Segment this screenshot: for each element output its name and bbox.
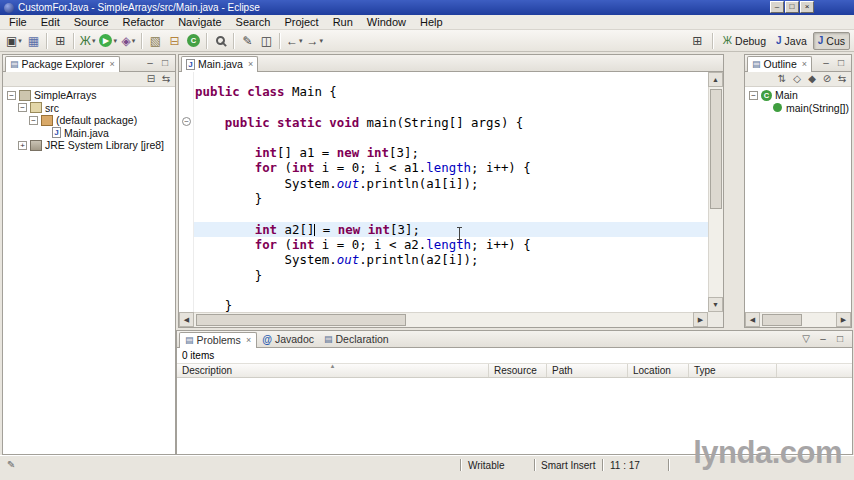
code-line[interactable]: } <box>194 268 708 283</box>
column-path[interactable]: Path <box>547 364 628 377</box>
minimize-icon[interactable]: – <box>820 58 832 68</box>
menu-refactor[interactable]: Refactor <box>116 15 172 29</box>
new-class-button[interactable]: C <box>184 31 203 50</box>
menu-help[interactable]: Help <box>413 15 450 29</box>
code-line[interactable] <box>194 99 708 114</box>
menu-window[interactable]: Window <box>360 15 413 29</box>
editor-horizontal-scrollbar[interactable]: ◀ ▶ <box>179 312 708 327</box>
run-button[interactable]: ▶▾ <box>97 31 119 50</box>
collapse-all-icon[interactable]: ⊟ <box>145 74 157 84</box>
code-line[interactable]: for (int i = 0; i < a2.length; i++) { <box>194 237 708 252</box>
menu-search[interactable]: Search <box>229 15 278 29</box>
code-line[interactable]: public class Main { <box>194 84 708 99</box>
maximize-icon[interactable]: □ <box>835 58 847 68</box>
external-tools-button[interactable]: ◈▾ <box>119 31 138 50</box>
dropdown-arrow-icon[interactable]: ▾ <box>299 37 303 45</box>
code-line[interactable] <box>194 206 708 221</box>
maximize-icon[interactable]: □ <box>159 58 171 68</box>
menu-project[interactable]: Project <box>277 15 325 29</box>
tab-package-explorer[interactable]: ▤ Package Explorer × <box>5 56 120 72</box>
scroll-right-icon[interactable]: ▶ <box>693 312 708 327</box>
expander-icon[interactable]: − <box>18 103 27 112</box>
print-button[interactable]: ⊞ <box>51 31 70 50</box>
outline-item[interactable]: −CMain <box>745 89 851 102</box>
scrollbar-thumb[interactable] <box>762 314 802 326</box>
outline-horizontal-scrollbar[interactable]: ◀ ▶ <box>745 312 851 327</box>
code-line[interactable] <box>194 130 708 145</box>
code-line[interactable]: } <box>194 191 708 206</box>
forward-button[interactable]: →▾ <box>305 31 326 50</box>
code-line[interactable]: int a2[] = new int[3]; <box>194 222 708 237</box>
perspective-debug-button[interactable]: ЖDebug <box>719 33 770 49</box>
close-icon[interactable]: × <box>109 59 114 69</box>
hide-static-icon[interactable]: ◆ <box>806 74 818 84</box>
dropdown-arrow-icon[interactable]: ▾ <box>18 37 22 45</box>
editor-vertical-scrollbar[interactable]: ▲ ▼ <box>708 72 723 312</box>
scroll-up-icon[interactable]: ▲ <box>708 72 723 87</box>
tab-outline[interactable]: ▤ Outline × <box>747 56 812 72</box>
scrollbar-thumb[interactable] <box>710 89 722 209</box>
tab-problems[interactable]: ▤Problems× <box>179 332 257 348</box>
scroll-right-icon[interactable]: ▶ <box>836 312 851 327</box>
open-task-button[interactable]: ✎ <box>238 31 257 50</box>
scrollbar-thumb[interactable] <box>196 314 406 326</box>
dropdown-arrow-icon[interactable]: ▾ <box>92 37 96 45</box>
maximize-button[interactable]: □ <box>785 1 799 13</box>
scroll-left-icon[interactable]: ◀ <box>179 312 194 327</box>
column-resource[interactable]: Resource <box>489 364 547 377</box>
package-explorer-item[interactable]: −src <box>3 102 175 115</box>
scroll-left-icon[interactable]: ◀ <box>745 312 760 327</box>
hide-non-public-icon[interactable]: ⊘ <box>821 74 833 84</box>
tab-declaration[interactable]: ▤Declaration <box>319 332 394 347</box>
fold-collapse-icon[interactable]: − <box>182 117 191 126</box>
code-line[interactable]: } <box>194 298 708 312</box>
tab-javadoc[interactable]: @Javadoc <box>257 332 319 347</box>
menu-source[interactable]: Source <box>67 15 116 29</box>
code-line[interactable]: for (int i = 0; i < a1.length; i++) { <box>194 160 708 175</box>
code-line[interactable] <box>194 283 708 298</box>
minimize-icon[interactable]: – <box>817 334 829 344</box>
code-line[interactable]: System.out.println(a2[i]); <box>194 252 708 267</box>
code-line[interactable]: public static void main(String[] args) { <box>194 115 708 130</box>
expander-icon[interactable]: + <box>18 141 27 150</box>
perspective-java-button[interactable]: JJava <box>772 33 811 49</box>
save-button[interactable]: ▦ <box>24 31 43 50</box>
dropdown-arrow-icon[interactable]: ▾ <box>320 37 324 45</box>
menu-edit[interactable]: Edit <box>34 15 67 29</box>
tab-main-java[interactable]: J Main.java × <box>181 56 258 72</box>
sort-icon[interactable]: ⇅ <box>776 74 788 84</box>
new-package-button[interactable]: ⊟ <box>165 31 184 50</box>
close-icon[interactable]: × <box>802 59 807 69</box>
package-explorer-item[interactable]: JMain.java <box>3 127 175 140</box>
debug-button[interactable]: Ж▾ <box>78 31 98 50</box>
minimize-icon[interactable]: – <box>144 58 156 68</box>
link-with-editor-icon[interactable]: ⇆ <box>160 74 172 84</box>
maximize-icon[interactable]: □ <box>834 334 846 344</box>
hide-fields-icon[interactable]: ◇ <box>791 74 803 84</box>
column-description[interactable]: Description▴ <box>177 364 489 377</box>
link-with-editor-icon[interactable]: ⇆ <box>836 74 848 84</box>
expander-icon[interactable]: − <box>29 116 38 125</box>
close-icon[interactable]: × <box>246 335 251 345</box>
package-explorer-item[interactable]: −(default package) <box>3 114 175 127</box>
code-line[interactable]: System.out.println(a1[i]); <box>194 176 708 191</box>
code-line[interactable]: int[] a1 = new int[3]; <box>194 145 708 160</box>
expander-icon[interactable]: − <box>749 91 758 100</box>
column-location[interactable]: Location <box>628 364 689 377</box>
dropdown-arrow-icon[interactable]: ▾ <box>132 37 136 45</box>
close-icon[interactable]: × <box>248 59 253 69</box>
dropdown-arrow-icon[interactable]: ▾ <box>113 37 117 45</box>
perspective-cus-button[interactable]: JCus <box>813 32 850 50</box>
column-type[interactable]: Type <box>689 364 777 377</box>
expander-icon[interactable]: − <box>7 91 16 100</box>
search-button[interactable] <box>211 31 230 50</box>
filter-icon[interactable]: ▽ <box>800 334 812 344</box>
new-java-project-button[interactable]: ▧ <box>146 31 165 50</box>
menu-run[interactable]: Run <box>326 15 360 29</box>
open-perspective-button[interactable]: ⊞ <box>688 31 707 50</box>
menu-navigate[interactable]: Navigate <box>171 15 228 29</box>
package-explorer-item[interactable]: +JRE System Library [jre8] <box>3 139 175 152</box>
package-explorer-item[interactable]: −SimpleArrays <box>3 89 175 102</box>
open-type-button[interactable]: ◫ <box>257 31 276 50</box>
menu-file[interactable]: File <box>2 15 34 29</box>
